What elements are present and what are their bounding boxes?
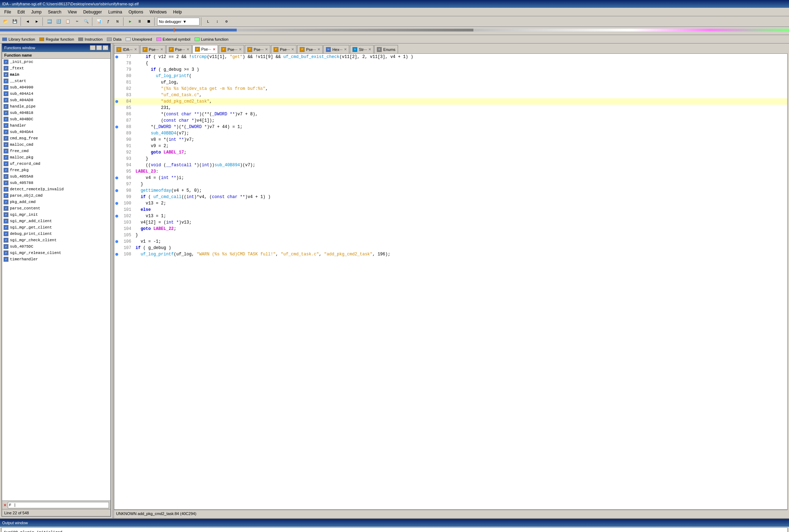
code-line-105[interactable]: 105 } bbox=[114, 232, 787, 238]
tab-pse1-close[interactable]: ✕ bbox=[160, 47, 163, 51]
tb-forward[interactable]: ▶ bbox=[33, 17, 41, 26]
code-line-89[interactable]: 89 sub_40BBD4(v7); bbox=[114, 130, 787, 137]
func-item-404990[interactable]: f sub_404990 bbox=[2, 84, 110, 91]
output-content[interactable]: SynGDB plugin initialized Port 12626 ava… bbox=[1, 527, 788, 532]
code-line-87[interactable]: 87 (const char *)v4[1]); bbox=[114, 117, 787, 124]
tab-pse3-close[interactable]: ✕ bbox=[213, 47, 215, 51]
func-item-malloc-pkg[interactable]: f malloc_pkg bbox=[2, 154, 110, 161]
tab-hex[interactable]: H Hex··· ✕ bbox=[323, 45, 349, 53]
menu-lumina[interactable]: Lumina bbox=[105, 9, 125, 15]
code-line-103[interactable]: 103 v4[12] = (int *)v13; bbox=[114, 219, 787, 226]
window-maximize[interactable]: □ bbox=[96, 45, 102, 50]
func-item-404ad8[interactable]: f sub_404AD8 bbox=[2, 97, 110, 103]
functions-list[interactable]: f _init_proc f _ftext f main f __start f bbox=[2, 59, 110, 501]
tb-graph[interactable]: 📊 bbox=[95, 17, 103, 26]
code-line-92[interactable]: 92 goto LABEL_17; bbox=[114, 149, 787, 156]
tab-str-close[interactable]: ✕ bbox=[368, 47, 371, 51]
code-line-82[interactable]: 82 "(%s %s %d)dev_sta get -m %s from buf… bbox=[114, 86, 787, 92]
code-line-99[interactable]: 99 if ( uf_cmd_call((int)*v4, (const cha… bbox=[114, 194, 787, 200]
func-item-handler[interactable]: f handler bbox=[2, 122, 110, 129]
tb-sync[interactable]: ↕ bbox=[213, 17, 221, 26]
func-item-ftext[interactable]: f _ftext bbox=[2, 65, 110, 71]
menu-edit[interactable]: Edit bbox=[15, 9, 28, 15]
func-item-cmd-msg-free[interactable]: f cmd_msg_free bbox=[2, 135, 110, 141]
tab-pse4[interactable]: P Pse··· ✕ bbox=[219, 45, 244, 53]
functions-search-input[interactable] bbox=[8, 502, 109, 508]
func-item-4055a8[interactable]: f sub_4055A8 bbox=[2, 173, 110, 180]
tb-settings[interactable]: ⚙ bbox=[222, 17, 231, 26]
func-item-parse-obj2-cmd[interactable]: f parse_obj2_cmd bbox=[2, 192, 110, 199]
code-line-96[interactable]: 96 v4 = (int **)i; bbox=[114, 175, 787, 181]
menu-file[interactable]: File bbox=[1, 9, 14, 15]
menu-view[interactable]: View bbox=[65, 9, 80, 15]
func-item-4075dc[interactable]: f sub_4075DC bbox=[2, 243, 110, 250]
code-line-81[interactable]: 81 uf_log, bbox=[114, 79, 787, 86]
tb-names[interactable]: N bbox=[113, 17, 122, 26]
tb-struct[interactable]: 📋 bbox=[64, 17, 72, 26]
code-line-94[interactable]: 94 ((void (__fastcall *)(int))sub_40B894… bbox=[114, 162, 787, 168]
menu-search[interactable]: Search bbox=[45, 9, 64, 15]
tb-save[interactable]: 💾 bbox=[11, 17, 19, 26]
func-item-404b18[interactable]: f sub_404B18 bbox=[2, 110, 110, 116]
func-item-sgi-mgr-get[interactable]: f sgi_mgr_get_client bbox=[2, 224, 110, 231]
code-line-98[interactable]: 98 gettimeofday(v4 + 5, 0); bbox=[114, 187, 787, 194]
tab-str[interactable]: S Str··· ✕ bbox=[350, 45, 374, 53]
tb-pause[interactable]: ⏸ bbox=[135, 17, 144, 26]
menu-windows[interactable]: Windows bbox=[147, 9, 170, 15]
tb-patch[interactable]: ✂ bbox=[73, 17, 81, 26]
tab-ida[interactable]: I IDA··· ✕ bbox=[114, 45, 139, 53]
func-item-sgi-check[interactable]: f sgi_mgr_check_client bbox=[2, 237, 110, 243]
tb-stop[interactable]: ⏹ bbox=[144, 17, 153, 26]
tb-run[interactable]: ▶ bbox=[126, 17, 134, 26]
menu-jump[interactable]: Jump bbox=[28, 9, 44, 15]
code-line-77[interactable]: 77 if ( v12 == 2 && !strcmp(v11[1], "get… bbox=[114, 54, 787, 60]
code-line-83[interactable]: 83 "uf_cmd_task.c", bbox=[114, 92, 787, 98]
func-item-pkg-add-cmd[interactable]: f pkg_add_cmd bbox=[2, 199, 110, 205]
func-item-start[interactable]: f __start bbox=[2, 78, 110, 84]
tab-ida-close[interactable]: ✕ bbox=[134, 47, 137, 51]
tab-hex-close[interactable]: ✕ bbox=[344, 47, 347, 51]
tab-pse2[interactable]: P Pse··· ✕ bbox=[166, 45, 192, 53]
tb-open[interactable]: 📂 bbox=[1, 17, 10, 26]
code-line-100[interactable]: 100 v13 = 2; bbox=[114, 200, 787, 207]
func-item-free-cmd[interactable]: f free_cmd bbox=[2, 148, 110, 154]
tab-pse1[interactable]: P Pse··· ✕ bbox=[140, 45, 166, 53]
menu-debugger[interactable]: Debugger bbox=[80, 9, 105, 15]
code-line-101[interactable]: 101 else bbox=[114, 207, 787, 213]
code-line-86[interactable]: 86 *(const char **)(**(_DWORD **)v7 + 8)… bbox=[114, 111, 787, 117]
func-item-detect-remoteip[interactable]: f detect_remoteIp_invalid bbox=[2, 186, 110, 192]
func-item-404da4[interactable]: f sub_404DA4 bbox=[2, 129, 110, 135]
menu-help[interactable]: Help bbox=[170, 9, 185, 15]
code-line-108[interactable]: 108 uf_log_printf(uf_log, "WARN (%s %s %… bbox=[114, 251, 787, 258]
func-item-405788[interactable]: f sub_405788 bbox=[2, 180, 110, 186]
func-item-parse-content[interactable]: f parse_content bbox=[2, 205, 110, 212]
func-item-main[interactable]: f main bbox=[2, 71, 110, 78]
tab-pse2-close[interactable]: ✕ bbox=[186, 47, 189, 51]
code-line-97[interactable]: 97 } bbox=[114, 181, 787, 187]
func-item-404bdc[interactable]: f sub_404BDC bbox=[2, 116, 110, 122]
tb-lumina[interactable]: L bbox=[204, 17, 212, 26]
func-item-sgi-release[interactable]: f sgi_mgr_release_client bbox=[2, 250, 110, 256]
tab-pse4-close[interactable]: ✕ bbox=[239, 47, 242, 51]
tab-pse7-close[interactable]: ✕ bbox=[317, 47, 320, 51]
code-line-80[interactable]: 80 uf_log_printf( bbox=[114, 73, 787, 79]
func-item-handle-pipe[interactable]: f handle_pipe bbox=[2, 103, 110, 110]
tab-pse3[interactable]: P Pse··· ✕ bbox=[192, 45, 218, 53]
code-line-78[interactable]: 78 { bbox=[114, 60, 787, 66]
func-item-404a14[interactable]: f sub_404A14 bbox=[2, 91, 110, 97]
tab-enums[interactable]: E Enums bbox=[374, 45, 398, 53]
code-line-88[interactable]: 88 *(_DWORD *)(*(_DWORD *)v7 + 44) = 1; bbox=[114, 124, 787, 130]
menu-options[interactable]: Options bbox=[126, 9, 146, 15]
window-close[interactable]: ✕ bbox=[103, 45, 108, 50]
tab-pse7[interactable]: P Pse··· ✕ bbox=[297, 45, 323, 53]
func-item-free-pkg[interactable]: f free_pkg bbox=[2, 167, 110, 173]
code-line-106[interactable]: 106 v1 = -1; bbox=[114, 238, 787, 245]
func-item-init-proc[interactable]: f _init_proc bbox=[2, 59, 110, 65]
tb-hex[interactable]: 🔢 bbox=[54, 17, 63, 26]
tab-pse5-close[interactable]: ✕ bbox=[265, 47, 268, 51]
code-line-85[interactable]: 85 231, bbox=[114, 105, 787, 111]
debugger-dropdown[interactable]: No debugger ▼ bbox=[157, 18, 200, 25]
code-line-79[interactable]: 79 if ( g_debug >= 3 ) bbox=[114, 66, 787, 73]
func-item-debug-print[interactable]: f debug_print_client bbox=[2, 231, 110, 237]
code-line-95[interactable]: 95 LABEL_23: bbox=[114, 168, 787, 175]
